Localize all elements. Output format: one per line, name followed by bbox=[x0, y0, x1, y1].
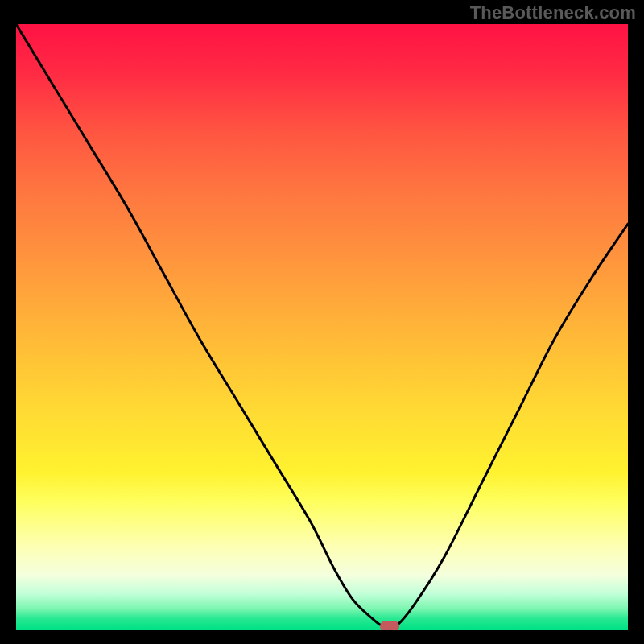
optimal-point-marker bbox=[380, 621, 399, 630]
chart-frame: TheBottleneck.com bbox=[0, 0, 644, 644]
watermark-text: TheBottleneck.com bbox=[470, 2, 636, 23]
curve-svg bbox=[16, 24, 628, 630]
bottleneck-curve-path bbox=[16, 24, 628, 629]
plot-area bbox=[16, 24, 628, 630]
